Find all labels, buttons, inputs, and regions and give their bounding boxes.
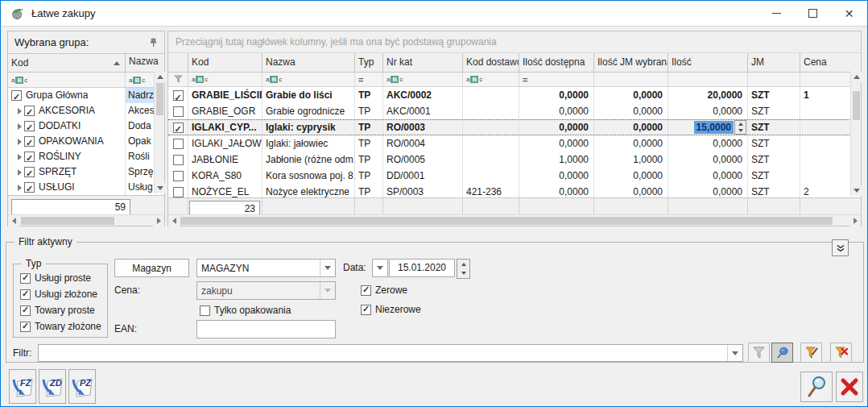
date-spinner[interactable] <box>457 259 470 279</box>
checkbox[interactable] <box>20 289 31 300</box>
ean-field[interactable] <box>196 320 336 338</box>
table-row[interactable]: GRABIE_OGR Grabie ogrodnicze TP AKC/0001… <box>168 103 861 119</box>
edit-filter-button[interactable] <box>800 343 822 363</box>
close-button[interactable]: ✕ <box>831 1 867 26</box>
checkbox[interactable] <box>361 305 371 315</box>
filter-cell-ilosc-jm[interactable] <box>594 73 668 86</box>
cell-ilosc-dostepna[interactable]: 0,0000 <box>519 135 594 152</box>
checkbox-tylko-opakowania[interactable]: Tylko opakowania <box>200 305 291 316</box>
table-row[interactable]: JABŁONIE Jabłonie (różne odm... TP RO/00… <box>168 152 861 168</box>
cell-jm[interactable]: SZT <box>748 152 800 168</box>
spin-down-icon[interactable] <box>457 269 469 279</box>
column-header-nazwa[interactable]: Nazwa <box>126 54 164 72</box>
grid-horizontal-scrollbar[interactable] <box>168 214 861 226</box>
cell-ilosc[interactable]: 0,0000 <box>668 184 748 197</box>
column-header-cena[interactable]: Cena <box>800 53 861 72</box>
scroll-down-button[interactable] <box>155 183 165 193</box>
cell-kod-dostawcy[interactable] <box>463 168 519 184</box>
minimize-button[interactable] <box>758 1 795 26</box>
tree-row[interactable]: OPAKOWANIA Opak <box>8 134 164 149</box>
cell-ilosc-jm[interactable]: 0,0000 <box>594 168 668 184</box>
expander-icon[interactable] <box>14 123 24 130</box>
table-row[interactable]: NOŻYCE_EL Nożyce elektryczne TP SP/0003 … <box>168 184 861 197</box>
row-checkbox[interactable] <box>173 187 184 197</box>
cell-nrkat[interactable]: DD/0001 <box>383 168 463 184</box>
tree-filter-kod[interactable]: aBc <box>8 73 126 87</box>
checkbox[interactable] <box>20 322 31 332</box>
filter-cell-ilosc-dostepna[interactable]: = <box>519 73 594 86</box>
spin-up-icon[interactable] <box>735 121 746 127</box>
checkbox-towary-zlozone[interactable]: Towary złożone <box>20 321 101 332</box>
checkbox-zerowe[interactable]: Zerowe <box>361 284 407 296</box>
cell-jm[interactable]: SZT <box>748 135 800 152</box>
tree-row[interactable]: Grupa Główna Nadrz <box>8 88 164 103</box>
cell-kod[interactable]: IGLAKI_CYP... <box>188 120 262 135</box>
row-select-cell[interactable] <box>168 87 188 103</box>
checkbox[interactable] <box>20 305 31 316</box>
table-row[interactable]: IGLAKI_JAŁOW... Iglaki: jałowiec TP RO/0… <box>168 135 861 152</box>
row-checkbox[interactable] <box>173 139 184 149</box>
spin-down-icon[interactable] <box>735 127 746 134</box>
cell-jm[interactable]: SZT <box>748 184 800 197</box>
cell-jm[interactable]: SZT <box>748 168 800 184</box>
cell-kod-dostawcy[interactable] <box>463 120 519 135</box>
date-field[interactable]: 15.01.2020 <box>389 259 455 277</box>
cell-typ[interactable]: TP <box>355 152 383 168</box>
scroll-down-button[interactable] <box>851 185 862 196</box>
cell-jm[interactable]: SZT <box>748 120 800 135</box>
cell-typ[interactable]: TP <box>355 184 383 197</box>
tree-vertical-scrollbar[interactable] <box>154 72 164 193</box>
expander-icon[interactable] <box>14 108 24 114</box>
cell-kod[interactable]: GRABIE_OGR <box>188 103 262 119</box>
column-header-kod-dostawcy[interactable]: Kod dostawcy <box>463 53 519 72</box>
date-dropdown-button[interactable] <box>372 259 388 277</box>
cell-ilosc-dostepna[interactable]: 0,0000 <box>519 120 594 135</box>
pin-filter-button[interactable] <box>771 343 793 363</box>
cell-kod-dostawcy[interactable] <box>463 135 519 152</box>
column-header-ilosc-jm-wybrana[interactable]: Ilość JM wybrana <box>594 53 668 72</box>
cell-kod-dostawcy[interactable] <box>463 152 519 168</box>
scroll-thumb[interactable] <box>156 83 163 115</box>
row-checkbox[interactable] <box>173 106 184 117</box>
cell-ilosc-dostepna[interactable]: 0,0000 <box>519 168 594 184</box>
cell-kod-dostawcy[interactable] <box>463 87 519 103</box>
checkbox-uslugi-zlozone[interactable]: Usługi złożone <box>20 289 97 300</box>
column-header-nrkat[interactable]: Nr kat <box>383 53 463 72</box>
cell-ilosc-jm[interactable]: 1,0000 <box>594 152 668 168</box>
cell-typ[interactable]: TP <box>355 120 383 135</box>
expander-icon[interactable] <box>14 154 24 160</box>
cell-nazwa[interactable]: Jabłonie (różne odm... <box>262 152 355 168</box>
tree-row[interactable]: USŁUGI Usług <box>8 180 164 195</box>
row-checkbox[interactable] <box>24 136 35 147</box>
cell-ilosc-jm[interactable]: 0,0000 <box>594 103 668 119</box>
filter-cell-nazwa[interactable]: aBc <box>262 73 355 86</box>
apply-filter-button[interactable] <box>748 343 770 363</box>
cell-ilosc[interactable]: 20,0000 <box>668 87 748 103</box>
magazyn-button[interactable]: Magazyn <box>114 259 189 277</box>
cell-nazwa[interactable]: Kora sosnowa poj. 8... <box>262 168 355 184</box>
cell-kod[interactable]: NOŻYCE_EL <box>188 184 262 197</box>
cell-ilosc[interactable]: 0,0000 <box>668 103 748 119</box>
cancel-button[interactable] <box>836 372 863 402</box>
cell-nrkat[interactable]: RO/0003 <box>383 120 463 135</box>
cell-nazwa[interactable]: Iglaki: cyprysik <box>262 120 355 135</box>
row-select-cell[interactable] <box>168 184 188 197</box>
row-select-cell[interactable] <box>168 120 188 135</box>
cell-kod-dostawcy[interactable] <box>463 103 519 119</box>
filter-cell-kod-dostawcy[interactable]: aBc <box>463 73 519 86</box>
cell-nazwa[interactable]: Grabie do liści <box>262 87 355 103</box>
tree-row[interactable]: ROŚLINY Rośli <box>8 149 164 164</box>
tree-horizontal-scrollbar[interactable] <box>8 214 164 226</box>
dropdown-icon[interactable] <box>320 260 335 276</box>
checkbox[interactable] <box>361 285 371 296</box>
checkbox-uslugi-proste[interactable]: Usługi proste <box>20 272 91 284</box>
filter-cell-kod[interactable]: aBc <box>188 73 262 86</box>
row-checkbox[interactable] <box>173 155 184 165</box>
cell-nrkat[interactable]: AKC/0001 <box>383 103 463 119</box>
search-button[interactable] <box>800 372 833 402</box>
checkbox[interactable] <box>20 273 31 284</box>
cell-ilosc[interactable]: 0,0000 <box>668 168 748 184</box>
column-header-jm[interactable]: JM <box>748 53 800 72</box>
cell-nazwa[interactable]: Iglaki: jałowiec <box>262 135 355 152</box>
scroll-thumb[interactable] <box>180 217 833 225</box>
